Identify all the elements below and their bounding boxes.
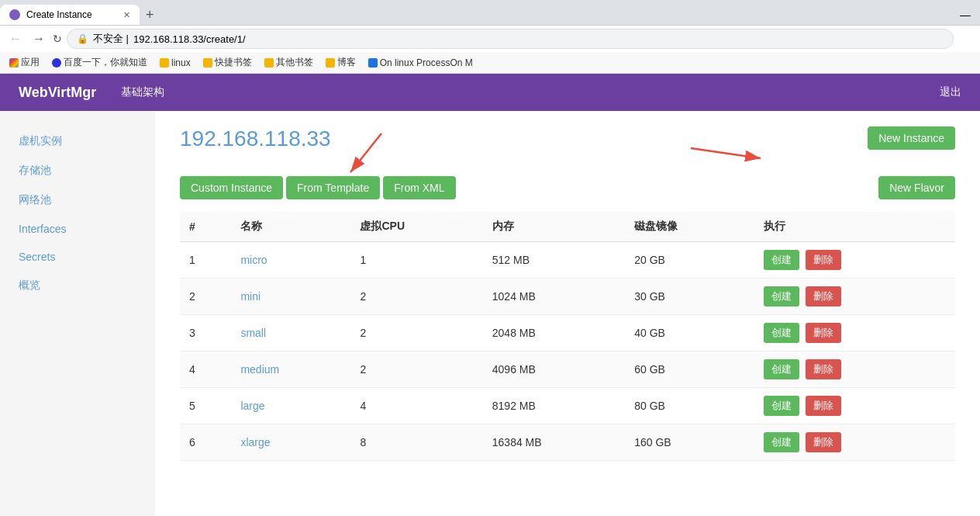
cell-name: mini [231,279,350,315]
cell-actions: 创建 删除 [754,279,955,315]
table-row: 4 medium 2 4096 MB 60 GB 创建 删除 [180,352,955,388]
cell-memory: 2048 MB [483,315,625,352]
table-row: 6 xlarge 8 16384 MB 160 GB 创建 删除 [180,424,955,461]
delete-button[interactable]: 删除 [806,432,841,452]
linux-icon [160,58,169,68]
cell-vcpu: 2 [350,279,482,315]
cell-memory: 8192 MB [483,388,625,424]
svg-line-1 [691,148,761,158]
bookmark-shortcuts[interactable]: 快捷书签 [200,54,255,71]
cell-vcpu: 2 [350,315,482,352]
cell-name: large [231,388,350,424]
bookmark-blog[interactable]: 博客 [323,54,359,71]
create-button[interactable]: 创建 [764,432,799,452]
cell-memory: 1024 MB [483,279,625,315]
bookmark-processon[interactable]: On linux ProcessOn M [365,56,476,70]
reload-button[interactable]: ↻ [53,33,62,45]
cell-id: 2 [180,279,231,315]
app-header: WebVirtMgr 基础架构 退出 [0,74,980,111]
cell-id: 6 [180,424,231,461]
from-xml-button[interactable]: From XML [383,176,455,199]
action-buttons-left: Custom Instance From Template From XML [180,176,456,199]
cell-name: medium [231,352,350,388]
cell-actions: 创建 删除 [754,352,955,388]
cell-disk: 60 GB [625,352,754,388]
cell-name: micro [231,242,350,279]
cell-vcpu: 4 [350,388,482,424]
custom-instance-button[interactable]: Custom Instance [180,176,283,199]
table-row: 1 micro 1 512 MB 20 GB 创建 删除 [180,242,955,279]
app-logo: WebVirtMgr [19,85,96,101]
arrow-new-instance [683,137,776,175]
browser-chrome: Create Instance ✕ + — ← → ↻ 🔒 不安全 | 192.… [0,0,980,74]
create-button[interactable]: 创建 [764,396,799,416]
cell-actions: 创建 删除 [754,388,955,424]
address-bar[interactable]: 🔒 不安全 | 192.168.118.33/create/1/ [67,29,954,49]
sidebar-item-overview[interactable]: 概览 [0,271,155,300]
minimize-button[interactable]: — [951,9,980,21]
forward-button[interactable]: → [29,30,48,47]
cell-disk: 30 GB [625,279,754,315]
sidebar-item-interfaces[interactable]: Interfaces [0,215,155,243]
nav-infrastructure[interactable]: 基础架构 [121,85,164,99]
col-id: # [180,212,231,242]
from-template-button[interactable]: From Template [286,176,380,199]
bookmark-baidu[interactable]: 百度一下，你就知道 [49,54,150,71]
sidebar-item-vm[interactable]: 虚机实例 [0,126,155,156]
cell-actions: 创建 删除 [754,424,955,461]
bookmark-shortcuts-label: 快捷书签 [215,56,252,69]
delete-button[interactable]: 删除 [806,286,841,306]
bookmark-other-label: 其他书签 [276,56,313,69]
sidebar: 虚机实例 存储池 网络池 Interfaces Secrets 概览 [0,111,155,516]
browser-toolbar: ← → ↻ 🔒 不安全 | 192.168.118.33/create/1/ [0,25,980,52]
tab-close-icon[interactable]: ✕ [123,10,130,20]
table-row: 3 small 2 2048 MB 40 GB 创建 删除 [180,315,955,352]
col-memory: 内存 [483,212,625,242]
create-button[interactable]: 创建 [764,323,799,343]
tab-favicon [9,9,20,20]
back-button[interactable]: ← [6,30,25,47]
new-instance-button[interactable]: New Instance [868,126,955,150]
create-button[interactable]: 创建 [764,250,799,270]
delete-button[interactable]: 删除 [806,359,841,379]
sidebar-item-secrets[interactable]: Secrets [0,243,155,271]
create-button[interactable]: 创建 [764,286,799,306]
create-button[interactable]: 创建 [764,359,799,379]
bookmark-apps[interactable]: 应用 [6,54,43,71]
bookmark-other[interactable]: 其他书签 [261,54,316,71]
new-tab-button[interactable]: + [140,7,160,23]
tab-label: Create Instance [26,9,92,20]
bookmark-processon-label: On linux ProcessOn M [380,57,473,68]
app-body: 虚机实例 存储池 网络池 Interfaces Secrets 概览 192.1… [0,111,980,516]
delete-button[interactable]: 删除 [806,250,841,270]
cell-actions: 创建 删除 [754,315,955,352]
table-row: 5 large 4 8192 MB 80 GB 创建 删除 [180,388,955,424]
col-actions: 执行 [754,212,955,242]
flavors-table: # 名称 虚拟CPU 内存 磁盘镜像 执行 1 micro 1 512 MB 2… [180,212,955,461]
nav-logout[interactable]: 退出 [940,85,961,99]
cell-memory: 4096 MB [483,352,625,388]
processon-icon [368,58,378,68]
new-flavor-button[interactable]: New Flavor [878,176,955,199]
cell-name: xlarge [231,424,350,461]
delete-button[interactable]: 删除 [806,323,841,343]
page-title: 192.168.118.33 [180,126,331,151]
bookmarks-bar: 应用 百度一下，你就知道 linux 快捷书签 其他书签 博客 On linux… [0,52,980,74]
other-icon [264,58,274,68]
browser-tab-bar: Create Instance ✕ + — [0,0,980,25]
cell-vcpu: 2 [350,352,482,388]
sidebar-item-network[interactable]: 网络池 [0,185,155,215]
cell-actions: 创建 删除 [754,242,955,279]
sidebar-item-storage[interactable]: 存储池 [0,156,155,185]
bookmark-linux[interactable]: linux [157,56,194,70]
bookmark-blog-label: 博客 [337,56,356,69]
cell-disk: 160 GB [625,424,754,461]
col-disk: 磁盘镜像 [625,212,754,242]
bookmark-linux-label: linux [171,57,191,68]
blog-icon [326,58,335,68]
browser-tab[interactable]: Create Instance ✕ [0,5,140,25]
main-content: 192.168.118.33 New Instance [155,111,980,516]
cell-id: 1 [180,242,231,279]
delete-button[interactable]: 删除 [806,396,841,416]
bookmark-apps-label: 应用 [21,56,40,69]
